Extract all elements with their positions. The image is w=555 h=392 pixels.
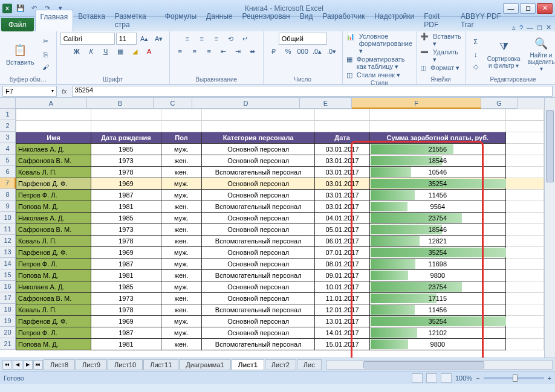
cell[interactable]: 1978 <box>91 236 161 247</box>
cell[interactable]: 1973 <box>91 155 161 167</box>
cell-styles-button[interactable]: ◫ Стили ячеек ▾ <box>346 71 401 79</box>
salary-cell[interactable]: 23754 <box>369 213 505 224</box>
sheet-tab[interactable]: Лист1 <box>232 359 264 370</box>
format-painter-button[interactable]: 🖌 <box>39 61 53 73</box>
cell[interactable]: 11.01.2017 <box>315 293 369 304</box>
cell[interactable] <box>315 109 369 121</box>
cell[interactable]: 03.01.2017 <box>315 201 369 213</box>
cell[interactable]: жен. <box>161 201 201 213</box>
column-header-A[interactable]: A <box>16 98 87 109</box>
salary-cell[interactable]: 18546 <box>369 155 505 167</box>
row-header-3[interactable]: 3 <box>0 132 16 143</box>
cell[interactable]: 03.01.2017 <box>315 190 369 201</box>
cell[interactable]: 08.01.2017 <box>315 259 369 270</box>
zoom-slider[interactable] <box>484 377 544 379</box>
ribbon-tab-7[interactable]: Разработчик <box>317 10 369 31</box>
table-header[interactable]: Дата рождения <box>91 132 161 144</box>
ribbon-tab-6[interactable]: Вид <box>295 10 318 31</box>
column-header-G[interactable]: G <box>481 98 518 109</box>
cell[interactable]: муж. <box>161 247 201 259</box>
cell[interactable]: Парфенов Д. Ф. <box>16 178 91 190</box>
salary-cell[interactable]: 9800 <box>369 270 505 281</box>
salary-cell[interactable]: 17115 <box>369 293 505 304</box>
zoom-level[interactable]: 100% <box>455 374 472 382</box>
cell[interactable] <box>369 121 505 132</box>
cell[interactable]: жен. <box>161 224 201 236</box>
align-bottom-button[interactable]: ≡ <box>210 33 223 45</box>
underline-button[interactable]: Ч <box>99 45 112 57</box>
cell[interactable] <box>91 121 161 132</box>
row-header-11[interactable]: 11 <box>0 223 16 235</box>
row-header-13[interactable]: 13 <box>0 246 16 258</box>
format-as-table-button[interactable]: ▦ Форматировать как таблицу ▾ <box>346 56 412 71</box>
row-header-16[interactable]: 16 <box>0 281 16 292</box>
vertical-scrollbar[interactable] <box>544 98 555 358</box>
row-header-14[interactable]: 14 <box>0 258 16 269</box>
ribbon-tab-3[interactable]: Формулы <box>160 10 201 31</box>
cell[interactable]: 1978 <box>91 167 161 178</box>
sort-filter-button[interactable]: ⧩ Сортировка и фильтр ▾ <box>485 39 523 70</box>
salary-cell[interactable]: 23754 <box>369 281 505 293</box>
sheet-nav-last[interactable]: ⏭ <box>33 360 43 370</box>
cell[interactable]: 14.01.2017 <box>315 327 369 339</box>
sheet-tab[interactable]: Лист11 <box>143 359 178 370</box>
ribbon-tab-2[interactable]: Разметка стра <box>110 10 160 31</box>
file-tab[interactable]: Файл <box>1 18 34 31</box>
cell[interactable]: 03.01.2017 <box>315 155 369 167</box>
row-header-5[interactable]: 5 <box>0 155 16 166</box>
cell[interactable]: Основной персонал <box>202 316 315 327</box>
cell[interactable]: жен. <box>161 293 201 304</box>
sheet-tab[interactable]: Лист2 <box>265 359 296 370</box>
cell[interactable]: Основной персонал <box>202 247 315 259</box>
table-header[interactable]: Дата <box>315 132 369 144</box>
view-normal-button[interactable] <box>412 373 423 383</box>
view-layout-button[interactable] <box>426 373 437 383</box>
ribbon-tab-8[interactable]: Надстройки <box>369 10 419 31</box>
cell[interactable]: 09.01.2017 <box>315 270 369 281</box>
cell[interactable]: 1985 <box>91 213 161 224</box>
cell[interactable]: Основной персонал <box>202 259 315 270</box>
salary-cell[interactable]: 35254 <box>369 247 505 259</box>
ribbon-tab-10[interactable]: ABBYY PDF Trar <box>456 10 512 31</box>
align-top-button[interactable]: ≡ <box>181 33 194 45</box>
workbook-restore-icon[interactable]: ◻ <box>537 24 542 31</box>
save-button[interactable]: 💾 <box>16 4 25 13</box>
salary-cell[interactable]: 35254 <box>369 178 505 190</box>
cell[interactable]: 13.01.2017 <box>315 316 369 327</box>
zoom-in-button[interactable]: + <box>548 374 551 382</box>
column-header-D[interactable]: D <box>192 98 300 109</box>
ribbon-tab-4[interactable]: Данные <box>201 10 237 31</box>
cell[interactable]: муж. <box>161 327 201 339</box>
copy-button[interactable]: ⎘ <box>39 48 53 60</box>
cell[interactable]: 04.01.2017 <box>315 213 369 224</box>
decrease-indent-button[interactable]: ⇤ <box>217 45 230 57</box>
decrease-decimal-button[interactable]: .0▾ <box>325 45 339 57</box>
cell[interactable]: Вспомогательный персонал <box>202 167 315 178</box>
cell[interactable] <box>505 121 544 132</box>
cell[interactable]: 1969 <box>91 247 161 259</box>
cell[interactable] <box>505 109 544 121</box>
cell[interactable] <box>315 121 369 132</box>
cell[interactable]: 03.01.2017 <box>315 144 369 155</box>
cell[interactable]: Основной персонал <box>202 144 315 155</box>
cell[interactable]: жен. <box>161 270 201 281</box>
sheet-nav-prev[interactable]: ◀ <box>13 360 22 370</box>
cell[interactable]: 1981 <box>91 270 161 281</box>
row-header-18[interactable]: 18 <box>0 304 16 315</box>
cell[interactable]: Петров Ф. Л. <box>16 327 91 339</box>
cell[interactable]: Коваль Л. П. <box>16 167 91 178</box>
cell[interactable]: муж. <box>161 213 201 224</box>
cut-button[interactable]: ✂ <box>39 36 53 48</box>
currency-button[interactable]: ₽ <box>267 45 281 57</box>
cell[interactable]: 15.01.2017 <box>315 339 369 350</box>
workbook-minimize-icon[interactable]: — <box>527 24 533 31</box>
font-name-select[interactable] <box>60 33 115 45</box>
cell[interactable]: Вспомогательный персонал <box>202 201 315 213</box>
salary-cell[interactable]: 35254 <box>369 316 505 327</box>
cell[interactable] <box>369 109 505 121</box>
ribbon-tab-9[interactable]: Foxit PDF <box>419 10 456 31</box>
cell[interactable]: 1969 <box>91 178 161 190</box>
salary-cell[interactable]: 11456 <box>369 190 505 201</box>
cell[interactable]: Попова М. Д. <box>16 270 91 281</box>
row-header-10[interactable]: 10 <box>0 212 16 223</box>
